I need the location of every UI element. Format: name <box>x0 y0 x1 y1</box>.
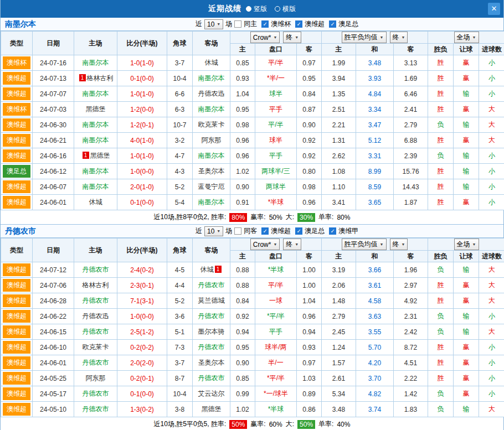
red-card-badge: 1 <box>79 74 86 81</box>
chevron-down-icon: ▼ <box>472 35 476 39</box>
asia-handicap: *平/半 <box>255 309 297 324</box>
away-team: 墨尔本骑 <box>193 324 230 340</box>
result-flag: 胜 <box>428 71 454 86</box>
same-venue-checkbox[interactable]: ✓ <box>234 227 241 235</box>
goals-result-flag: 大 <box>479 293 504 309</box>
table-row: 澳维超 24-06-30 南墨尔本 1-2(0-1) 10-7 欧克莱卡 0.9… <box>1 117 504 133</box>
euro-home-odds: 1.10 <box>322 179 356 195</box>
handicap-result-flag: 输 <box>454 324 479 340</box>
corners: 3-6 <box>167 309 193 324</box>
league-checkbox-3[interactable]: ✓ <box>329 227 336 235</box>
league-checkbox-2[interactable]: ✓ <box>295 227 302 235</box>
euro-draw-odds: 3.74 <box>356 402 394 417</box>
filter-bar: 近 10 ▼ 场 ✓ 同客 ✓ 澳维超 ✓ 澳足总 ✓ 澳维甲 <box>196 226 361 236</box>
asia-away-water: 0.98 <box>297 179 322 195</box>
league-type-cell: 澳足总 <box>1 164 33 179</box>
asia-away-water: 1.04 <box>297 293 322 309</box>
odds-stage-select[interactable]: 终▼ <box>283 239 301 250</box>
home-team: 丹德农市 <box>74 324 117 340</box>
scope-header: 全场▼ <box>428 239 504 251</box>
asia-handicap: 平手 <box>255 148 297 164</box>
match-date: 24-06-07 <box>33 179 74 195</box>
score: 2-4(0-2) <box>117 262 167 278</box>
games-count-select[interactable]: 10 ▼ <box>204 19 223 29</box>
euro-draw-odds: 3.48 <box>356 55 394 71</box>
league-type-cell: 澳维超 <box>1 340 33 355</box>
league-badge: 澳维超 <box>3 356 30 369</box>
league-badge: 澳维超 <box>3 180 30 193</box>
asia-handicap: 球半 <box>255 86 297 102</box>
goals-result-flag: 大 <box>479 402 504 417</box>
odds-source-select[interactable]: Crow*▼ <box>250 239 280 250</box>
home-team: 黑德堡 <box>74 102 117 117</box>
asia-away-water: 0.95 <box>297 71 322 86</box>
asia-handicap: 平/半 <box>255 117 297 133</box>
home-team: 南墨尔本 <box>74 164 117 179</box>
euro-draw-odds: 3.63 <box>356 309 394 324</box>
euro-away-odds: 2.31 <box>394 309 428 324</box>
league-badge: 澳维超 <box>3 387 30 400</box>
handicap-result-flag: 输 <box>454 179 479 195</box>
same-venue-label: 同主 <box>244 19 257 29</box>
odds-stage-select[interactable]: 终▼ <box>283 32 301 43</box>
scope-select[interactable]: 全场▼ <box>454 32 479 43</box>
radio-vertical[interactable]: 竖版 <box>246 4 267 14</box>
euro-away-odds: 14.43 <box>394 179 428 195</box>
score: 1-2(0-1) <box>117 117 167 133</box>
league-checkbox-3[interactable]: ✓ <box>329 20 336 28</box>
check-icon: ✓ <box>331 21 335 27</box>
goals-result-flag: 大 <box>479 324 504 340</box>
corners: 5-4 <box>167 195 193 210</box>
asia-away-water: 0.90 <box>297 117 322 133</box>
table-row: 澳维超 24-06-07 南墨尔本 2-0(1-0) 5-2 蓝曼宁厄 0.90… <box>1 179 504 195</box>
league-type-cell: 澳维超 <box>1 293 33 309</box>
away-team: 欧克莱卡 <box>193 117 230 133</box>
goals-result-flag: 大 <box>479 117 504 133</box>
games-count-select[interactable]: 10 ▼ <box>204 226 223 236</box>
goals-result-flag: 小 <box>479 386 504 402</box>
score: 7-1(3-1) <box>117 293 167 309</box>
col-type: 类型 <box>1 239 33 262</box>
radio-selected-icon <box>246 6 251 12</box>
score: 1-0(1-0) <box>117 86 167 102</box>
radio-unselected-icon <box>275 6 280 12</box>
euro-away-odds: 1.69 <box>394 71 428 86</box>
odds-source-select[interactable]: Crow*▼ <box>250 32 280 43</box>
league-type-cell: 澳维超 <box>1 278 33 293</box>
result-flag: 胜 <box>428 179 454 195</box>
euro-source-select[interactable]: 胜平负均值▼ <box>342 32 387 43</box>
league-badge: 澳维超 <box>3 294 30 307</box>
section-head: 南墨尔本 近 10 ▼ 场 ✓ 同主 ✓ 澳维杯 ✓ 澳维超 ✓ 澳足总 <box>1 18 503 31</box>
col-score: 比分(半场) <box>117 32 167 55</box>
league-checkbox-1[interactable]: ✓ <box>261 20 269 28</box>
scope-select[interactable]: 全场▼ <box>454 239 479 250</box>
asia-handicap: 平/半 <box>255 55 297 71</box>
asia-handicap: 两球半 <box>255 179 297 195</box>
red-card-badge: 1 <box>215 266 222 273</box>
asia-home-water: 0.94 <box>230 324 255 340</box>
score: 0-1(0-0) <box>117 195 167 210</box>
same-venue-checkbox[interactable]: ✓ <box>234 20 241 28</box>
close-button[interactable]: ✕ <box>488 3 500 15</box>
euro-stage-select[interactable]: 终▼ <box>390 239 408 250</box>
league-checkbox-1[interactable]: ✓ <box>261 227 269 235</box>
summary-bar: 近10场,胜5平0负5, 胜率: 50% 赢率: 60% 大: 50% 单率: … <box>1 417 503 430</box>
same-venue-label: 同客 <box>244 226 257 236</box>
league-type-cell: 澳维超 <box>1 117 33 133</box>
euro-draw-odds: 5.12 <box>356 133 394 148</box>
euro-source-select[interactable]: 胜平负均值▼ <box>342 239 387 250</box>
league-checkbox-2[interactable]: ✓ <box>295 20 302 28</box>
league-badge: 澳维超 <box>3 134 30 147</box>
score: 0-2(0-1) <box>117 371 167 386</box>
subcol-goals: 进球数 <box>479 44 504 55</box>
league-type-cell: 澳维超 <box>1 324 33 340</box>
chevron-down-icon: ▼ <box>402 35 405 39</box>
handicap-result-flag: 赢 <box>454 195 479 210</box>
euro-draw-odds: 3.61 <box>356 278 394 293</box>
euro-stage-select[interactable]: 终▼ <box>390 32 408 43</box>
table-row: 澳维超 24-06-15 丹德农市 2-5(1-2) 5-1 墨尔本骑 0.94… <box>1 324 504 340</box>
result-flag: 胜 <box>428 133 454 148</box>
score: 1-2(0-0) <box>117 102 167 117</box>
chevron-down-icon: ▼ <box>273 242 277 246</box>
radio-horizontal[interactable]: 横版 <box>275 4 296 14</box>
